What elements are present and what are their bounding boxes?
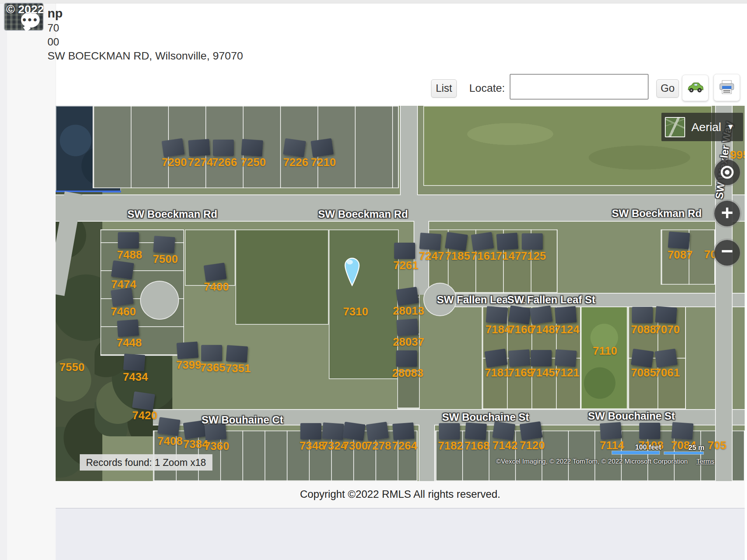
property-address: SW BOECKMAN RD, Wilsonville, 97070 — [47, 50, 243, 62]
house-roof — [111, 260, 134, 279]
road-vertical — [419, 425, 435, 481]
layer-selector[interactable]: Aerial ▼ — [661, 113, 743, 141]
house-roof — [396, 287, 419, 306]
house-roof — [283, 138, 306, 157]
print-button[interactable] — [714, 74, 740, 101]
parcel-number: 7148 — [530, 323, 555, 336]
drive-time-button[interactable] — [682, 75, 708, 101]
house-roof — [492, 421, 515, 440]
house-roof — [213, 140, 234, 156]
parcel-number: 7300 — [343, 439, 368, 452]
house-roof — [123, 354, 146, 371]
go-button[interactable]: Go — [656, 79, 679, 98]
street-label: SW Bouhaine Ct — [202, 414, 283, 426]
terms-link[interactable]: Terms — [696, 458, 714, 466]
house-roof — [639, 423, 660, 439]
clipped-text-line: 00 — [47, 36, 59, 48]
parcel-number: 7488 — [117, 248, 142, 261]
subject-parcel — [329, 229, 399, 379]
chevron-down-icon: ▼ — [727, 122, 735, 131]
house-roof — [672, 422, 694, 440]
house-roof — [522, 233, 543, 250]
parcel-number: 28083 — [392, 367, 424, 380]
list-button[interactable]: List — [431, 79, 457, 98]
parcel-number: 7088 — [631, 323, 656, 336]
parcel-number: 7168 — [465, 439, 490, 452]
house-roof — [118, 232, 139, 248]
parcel-number: 7550 — [60, 361, 85, 374]
logo-watermark: © 2022 — [6, 3, 44, 16]
house-roof — [655, 306, 677, 324]
parcel-number: 7184 — [486, 323, 511, 336]
parcel-number: 7261 — [393, 259, 419, 272]
parcel-number: 7147 — [496, 250, 521, 262]
house-roof — [396, 350, 417, 367]
parcel-number: 7420 — [132, 409, 158, 422]
locate-label: Locate: — [469, 82, 505, 94]
footer-copyright: Copyright ©2022 RMLS All rights reserved… — [300, 488, 500, 500]
scale-feet-label: 100 feet — [635, 443, 661, 452]
house-roof — [445, 232, 468, 251]
zoom-in-button[interactable]: + — [714, 201, 740, 226]
house-roof — [322, 422, 344, 440]
parcel-number: 7266 — [212, 156, 237, 169]
printer-icon — [718, 80, 735, 95]
street-label: SW Boeckman Rd — [127, 208, 217, 220]
park-parcel — [581, 306, 628, 409]
parcel-number: 7125 — [521, 250, 546, 262]
left-sidebar — [7, 0, 56, 560]
parcel-number: 28037 — [393, 336, 424, 348]
house-roof — [393, 422, 415, 440]
parcel-number: 7408 — [158, 435, 183, 448]
parcel-number: 7070 — [655, 323, 680, 336]
parcel-number: 7161 — [471, 250, 496, 262]
layer-selector-label: Aerial — [691, 121, 721, 134]
parcel-number: 7250 — [241, 156, 266, 169]
bullseye-icon — [719, 164, 735, 180]
parcel-number: 7085 — [631, 366, 656, 379]
house-roof — [203, 262, 226, 282]
parcel-number: 7400 — [204, 280, 229, 293]
house-roof — [157, 417, 180, 436]
house-roof — [486, 306, 508, 324]
car-icon — [687, 82, 704, 94]
map-canvas[interactable]: SW Boeckman RdSW Boeckman RdSW Boeckman … — [56, 106, 745, 481]
house-roof — [153, 236, 175, 254]
parcel-number: 7169 — [508, 366, 533, 379]
map-style-thumbnail-icon — [665, 117, 685, 137]
parcel-number: 7210 — [311, 156, 336, 169]
parcel-number: 7121 — [554, 366, 580, 379]
parcel-number: 7145 — [530, 366, 555, 379]
house-roof — [241, 139, 263, 157]
scale-feet-bar — [612, 451, 659, 454]
house-roof — [632, 307, 653, 323]
scale-metric-bar — [664, 452, 703, 454]
house-roof — [177, 341, 199, 359]
map-pin — [344, 257, 361, 288]
parcel-number: 7114 — [600, 439, 624, 452]
parcel-number: 7365 — [200, 361, 226, 374]
parcel-number: 7110 — [593, 345, 617, 357]
parcel-number: 7185 — [445, 250, 470, 262]
parcel-number: 7360 — [204, 440, 230, 453]
parcel-number: 7087 — [668, 248, 693, 261]
clipped-title-line: np — [47, 6, 63, 21]
house-roof — [555, 306, 577, 324]
house-roof — [117, 319, 139, 337]
house-roof — [188, 139, 210, 157]
house-roof — [439, 423, 460, 439]
house-roof — [600, 422, 622, 440]
parcel-number: 7247 — [419, 250, 444, 262]
house-roof — [396, 318, 419, 336]
parcel-number: 995 — [730, 149, 745, 161]
street-label: SW Boeckman Rd — [612, 208, 701, 220]
mini-map-thumbnail[interactable]: ●●● © 2022 — [4, 3, 44, 31]
zoom-out-button[interactable]: − — [714, 240, 740, 266]
locate-me-button[interactable] — [714, 159, 740, 185]
house-roof — [508, 305, 531, 324]
house-roof — [465, 422, 487, 440]
locate-input[interactable] — [510, 74, 649, 100]
house-roof — [419, 233, 442, 250]
house-roof — [300, 423, 321, 439]
parcel-number: 7448 — [117, 336, 142, 349]
